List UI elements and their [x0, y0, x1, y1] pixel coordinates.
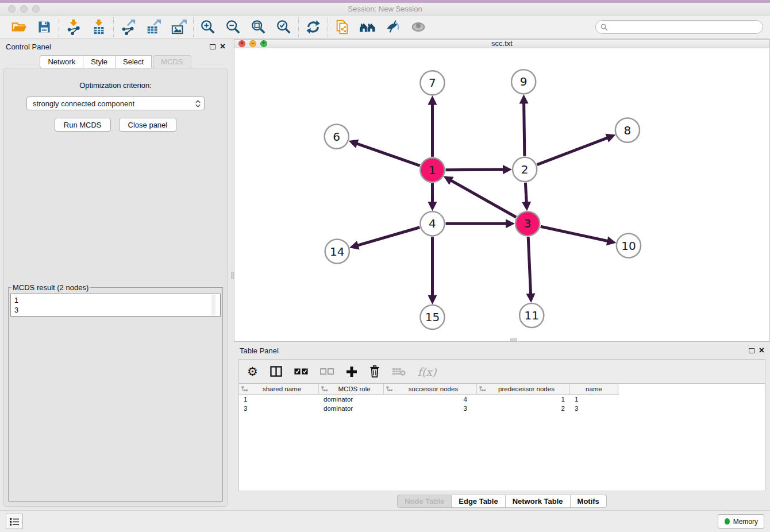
delete-table-icon[interactable] — [392, 367, 406, 376]
network-canvas[interactable]: 7968124314101511 — [234, 48, 769, 341]
vertical-splitter[interactable] — [231, 39, 234, 510]
cell-predecessor-nodes[interactable]: 1 — [477, 395, 570, 404]
graph-edge-4-14[interactable] — [357, 228, 420, 246]
graph-edge-arrowhead — [349, 241, 360, 249]
first-neighbors-icon[interactable] — [359, 18, 376, 36]
graph-edge-arrowhead — [519, 94, 529, 103]
function-builder-icon[interactable]: f(x) — [418, 365, 437, 378]
deselect-all-columns-icon[interactable] — [320, 368, 334, 375]
zoom-fit-icon[interactable] — [250, 18, 267, 36]
graph-edge-arrowhead — [428, 295, 437, 304]
memory-button[interactable]: Memory — [718, 514, 764, 529]
network-window-titlebar: × − + scc.txt — [234, 40, 769, 48]
view-group — [328, 18, 433, 36]
control-panel-title: Control Panel — [6, 43, 51, 51]
table-header-row: shared name MCDS role successor nodes — [239, 384, 619, 395]
column-header-predecessor-nodes[interactable]: predecessor nodes — [477, 384, 570, 394]
table-panel-title: Table Panel — [240, 346, 279, 355]
hierarchy-icon — [321, 386, 328, 392]
optimization-criterion-label: Optimization criterion: — [79, 81, 152, 90]
import-table-icon[interactable] — [90, 18, 107, 36]
export-image-icon[interactable] — [170, 18, 187, 36]
memory-status-icon — [724, 518, 730, 525]
main-toolbar — [0, 16, 770, 39]
zoom-in-icon[interactable] — [199, 18, 217, 36]
cell-successor-nodes[interactable]: 4 — [384, 395, 477, 404]
tab-network-table[interactable]: Network Table — [506, 495, 571, 508]
cell-mcds-role[interactable]: dominator — [319, 395, 384, 404]
tab-style[interactable]: Style — [83, 55, 116, 68]
eye-icon[interactable] — [410, 18, 427, 36]
search-area — [595, 20, 763, 34]
graph-edge-arrowhead — [428, 95, 437, 105]
mcds-result-box[interactable]: 1 3 — [10, 294, 221, 317]
graph-edge-3-1[interactable] — [450, 180, 516, 217]
table-row[interactable]: 1 dominator 4 1 1 — [239, 395, 765, 404]
close-panel-button[interactable]: Close panel — [119, 118, 177, 132]
table-settings-gear-icon[interactable]: ⚙ — [247, 365, 258, 377]
float-panel-icon[interactable] — [210, 44, 215, 49]
tab-edge-table[interactable]: Edge Table — [452, 495, 505, 508]
table-empty-area — [239, 413, 765, 491]
hierarchy-icon — [479, 386, 486, 392]
search-input[interactable] — [611, 23, 758, 31]
cell-mcds-role[interactable]: dominator — [319, 404, 384, 413]
column-header-shared-name[interactable]: shared name — [239, 384, 319, 394]
graphics-details-icon[interactable] — [384, 18, 402, 36]
table-body-container: ⚙ — [238, 359, 765, 491]
result-scrollbar[interactable] — [211, 295, 215, 315]
graph-edge-1-2[interactable] — [446, 169, 505, 170]
cell-predecessor-nodes[interactable]: 2 — [477, 404, 570, 413]
zoom-out-icon[interactable] — [225, 18, 242, 36]
tab-network[interactable]: Network — [40, 55, 83, 68]
float-table-panel-icon[interactable] — [749, 348, 754, 353]
task-history-button[interactable] — [6, 514, 23, 529]
refresh-icon[interactable] — [305, 18, 322, 36]
run-mcds-button[interactable]: Run MCDS — [55, 118, 111, 132]
graph-edge-2-8[interactable] — [537, 137, 609, 165]
tab-mcds[interactable]: MCDS — [153, 55, 191, 68]
horizontal-splitter-handle[interactable] — [510, 338, 517, 341]
mcds-buttons: Run MCDS Close panel — [55, 118, 176, 132]
open-file-icon[interactable] — [10, 18, 28, 36]
column-header-name[interactable]: name — [570, 384, 618, 394]
show-columns-icon[interactable] — [270, 366, 282, 377]
cell-successor-nodes[interactable]: 3 — [384, 404, 477, 413]
zoom-selected-icon[interactable] — [275, 18, 292, 36]
clone-network-icon[interactable] — [334, 18, 351, 36]
column-header-mcds-role[interactable]: MCDS role — [319, 384, 384, 394]
graph-edge-2-3[interactable] — [525, 183, 526, 203]
zoom-group — [194, 18, 298, 36]
import-network-icon[interactable] — [65, 18, 82, 36]
tab-motifs[interactable]: Motifs — [571, 495, 607, 508]
save-session-icon[interactable] — [36, 18, 53, 36]
dropdown-stepper-icon — [195, 100, 201, 107]
delete-column-trash-icon[interactable] — [369, 365, 380, 377]
export-table-icon[interactable] — [145, 18, 162, 36]
graph-edge-3-11[interactable] — [528, 237, 530, 295]
export-group — [114, 18, 193, 36]
cell-shared-name[interactable]: 3 — [239, 404, 319, 413]
graph-node-label: 2 — [521, 163, 529, 176]
search-field[interactable] — [595, 20, 763, 34]
select-all-columns-icon[interactable] — [294, 368, 308, 375]
network-canvas-area: 7968124314101511 — [234, 48, 769, 341]
export-network-icon[interactable] — [120, 18, 137, 36]
optimization-criterion-dropdown[interactable]: strongly connected component — [26, 97, 205, 110]
tab-node-table[interactable]: Node Table — [397, 495, 452, 508]
graph-edge-2-9[interactable] — [524, 102, 525, 156]
graph-edge-3-10[interactable] — [541, 226, 609, 241]
tab-select[interactable]: Select — [116, 55, 152, 68]
graph-edge-1-6[interactable] — [356, 143, 420, 165]
cell-name[interactable]: 3 — [570, 404, 618, 413]
close-panel-icon[interactable]: × — [220, 42, 225, 51]
cell-shared-name[interactable]: 1 — [239, 395, 319, 404]
mcds-result-line: 1 — [14, 295, 217, 305]
table-row[interactable]: 3 dominator 3 2 3 — [239, 404, 765, 413]
close-table-panel-icon[interactable]: × — [759, 346, 764, 355]
create-column-plus-icon[interactable] — [346, 366, 357, 377]
column-header-successor-nodes[interactable]: successor nodes — [384, 384, 477, 394]
splitter-handle[interactable] — [231, 272, 234, 279]
table-tabs: Node Table Edge Table Network Table Moti… — [234, 491, 770, 510]
cell-name[interactable]: 1 — [570, 395, 618, 404]
